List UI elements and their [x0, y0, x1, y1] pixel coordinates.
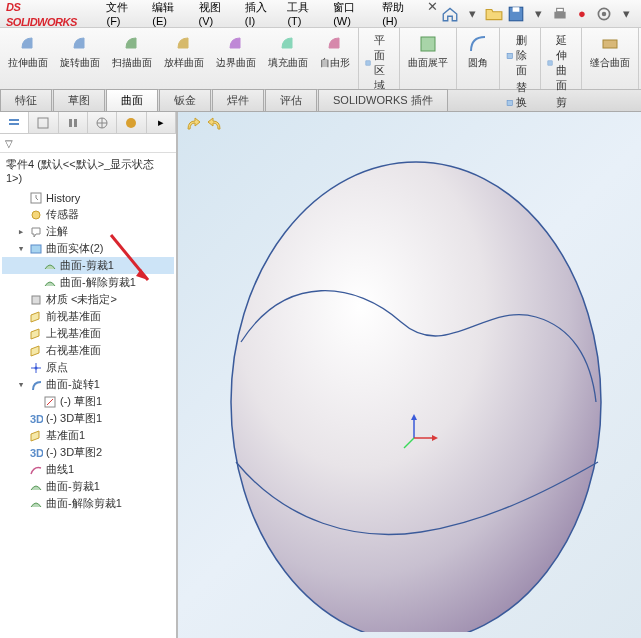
knit-button[interactable]: 缝合曲面 — [584, 32, 636, 72]
svg-rect-12 — [548, 61, 552, 65]
tree-item-6[interactable]: 材质 <未指定> — [2, 291, 174, 308]
new-icon[interactable]: ▾ — [463, 5, 481, 23]
sweep-button[interactable]: 扫描曲面 — [106, 32, 158, 72]
search-icon[interactable]: ✕ — [423, 0, 441, 15]
svg-rect-22 — [38, 118, 48, 128]
save-icon[interactable] — [507, 5, 525, 23]
svg-point-26 — [126, 118, 136, 128]
fill-button[interactable]: 填充曲面 — [262, 32, 314, 72]
tab-4[interactable]: 焊件 — [212, 89, 264, 111]
svg-rect-11 — [507, 100, 512, 105]
svg-rect-2 — [554, 11, 565, 18]
menu-insert[interactable]: 插入(I) — [239, 0, 280, 30]
app-logo: DS SOLIDWORKS — [6, 0, 86, 29]
print-icon[interactable] — [551, 5, 569, 23]
tree-item-17[interactable]: 曲面-剪裁1 — [2, 478, 174, 495]
tab-3[interactable]: 钣金 — [159, 89, 211, 111]
menu-edit[interactable]: 编辑(E) — [146, 0, 190, 30]
feature-tree-tab[interactable] — [0, 112, 29, 133]
boundary-button[interactable]: 边界曲面 — [210, 32, 262, 72]
property-tab[interactable] — [29, 112, 58, 133]
menu-tools[interactable]: 工具(T) — [281, 0, 325, 30]
tree-item-10[interactable]: 原点 — [2, 359, 174, 376]
extend-button[interactable]: 延伸曲面 — [543, 32, 579, 94]
svg-rect-20 — [9, 119, 19, 121]
title-bar: DS SOLIDWORKS 文件(F) 编辑(E) 视图(V) 插入(I) 工具… — [0, 0, 641, 28]
tab-0[interactable]: 特征 — [0, 89, 52, 111]
tree-item-4[interactable]: 曲面-剪裁1 — [2, 257, 174, 274]
tree-item-16[interactable]: 曲线1 — [2, 461, 174, 478]
tree-item-9[interactable]: 右视基准面 — [2, 342, 174, 359]
tree-item-14[interactable]: 基准面1 — [2, 427, 174, 444]
quick-access-toolbar: ▾ ▾ ● ▾ — [441, 5, 635, 23]
options-dropdown-icon[interactable]: ▾ — [617, 5, 635, 23]
delete-button[interactable]: 删除面 — [502, 32, 538, 79]
tab-6[interactable]: SOLIDWORKS 插件 — [318, 89, 448, 111]
tree-item-18[interactable]: 曲面-解除剪裁1 — [2, 495, 174, 512]
home-icon[interactable] — [441, 5, 459, 23]
rebuild-icon[interactable]: ● — [573, 5, 591, 23]
rollforward-icon[interactable] — [206, 116, 224, 134]
open-icon[interactable] — [485, 5, 503, 23]
tree-item-7[interactable]: 前视基准面 — [2, 308, 174, 325]
config-tab[interactable] — [59, 112, 88, 133]
surface-display-button[interactable]: 曲面展平 — [402, 32, 454, 72]
tree-item-15[interactable]: 3D(-) 3D草图2 — [2, 444, 174, 461]
tab-2[interactable]: 曲面 — [106, 89, 158, 111]
triad-axis-icon — [400, 412, 440, 452]
svg-rect-15 — [603, 40, 617, 48]
planar-button[interactable]: 平面区域 — [361, 32, 397, 94]
main-area: ▸ ▽ 零件4 (默认<<默认>_显示状态 1>) History传感器▸注解▾… — [0, 112, 641, 638]
more-tab[interactable]: ▸ — [147, 112, 176, 133]
options-icon[interactable] — [595, 5, 613, 23]
viewport-rollback-icons — [184, 116, 224, 134]
menu-file[interactable]: 文件(F) — [100, 0, 144, 30]
tree-item-13[interactable]: 3D(-) 3D草图1 — [2, 410, 174, 427]
tab-1[interactable]: 草图 — [53, 89, 105, 111]
svg-rect-21 — [9, 123, 19, 125]
tree-item-8[interactable]: 上视基准面 — [2, 325, 174, 342]
svg-text:3D: 3D — [30, 447, 43, 459]
svg-line-39 — [404, 438, 414, 448]
svg-rect-9 — [421, 37, 435, 51]
ribbon-toolbar: 拉伸曲面旋转曲面扫描曲面放样曲面边界曲面填充曲面自由形 平面区域等距曲面直纹曲面… — [0, 28, 641, 90]
svg-rect-24 — [74, 119, 77, 127]
tree-item-3[interactable]: ▾曲面实体(2) — [2, 240, 174, 257]
svg-point-28 — [32, 211, 40, 219]
tree-item-2[interactable]: ▸注解 — [2, 223, 174, 240]
freeform-button[interactable]: 自由形 — [314, 32, 356, 72]
display-tab[interactable] — [117, 112, 146, 133]
filter-icon[interactable]: ▽ — [2, 136, 16, 150]
menu-help[interactable]: 帮助(H) — [376, 0, 421, 30]
tab-5[interactable]: 评估 — [265, 89, 317, 111]
rollback-icon[interactable] — [184, 116, 202, 134]
save-dropdown-icon[interactable]: ▾ — [529, 5, 547, 23]
tree-item-11[interactable]: ▾曲面-旋转1 — [2, 376, 174, 393]
menu-view[interactable]: 视图(V) — [193, 0, 237, 30]
feature-manager-panel: ▸ ▽ 零件4 (默认<<默认>_显示状态 1>) History传感器▸注解▾… — [0, 112, 178, 638]
dimxpert-tab[interactable] — [88, 112, 117, 133]
menu-window[interactable]: 窗口(W) — [327, 0, 374, 30]
tree-item-0[interactable]: History — [2, 190, 174, 206]
svg-rect-10 — [507, 53, 512, 58]
model-egg-surface — [226, 142, 606, 632]
svg-point-31 — [35, 366, 38, 369]
svg-rect-6 — [366, 61, 370, 65]
menu-bar: 文件(F) 编辑(E) 视图(V) 插入(I) 工具(T) 窗口(W) 帮助(H… — [100, 0, 441, 30]
tree-item-1[interactable]: 传感器 — [2, 206, 174, 223]
revolve-button[interactable]: 旋转曲面 — [54, 32, 106, 72]
tree-item-12[interactable]: (-) 草图1 — [2, 393, 174, 410]
svg-rect-29 — [31, 245, 41, 253]
extrude-button[interactable]: 拉伸曲面 — [2, 32, 54, 72]
manager-tabs: ▸ — [0, 112, 176, 134]
svg-rect-1 — [513, 7, 520, 12]
fillet-button[interactable]: 圆角 — [459, 32, 497, 72]
svg-point-35 — [231, 162, 601, 632]
tree-toolbar: ▽ — [0, 134, 176, 153]
svg-text:3D: 3D — [30, 413, 43, 425]
tree-item-5[interactable]: 曲面-解除剪裁1 — [2, 274, 174, 291]
svg-point-5 — [602, 11, 607, 16]
graphics-viewport[interactable] — [178, 112, 641, 638]
loft-button[interactable]: 放样曲面 — [158, 32, 210, 72]
part-name[interactable]: 零件4 (默认<<默认>_显示状态 1>) — [0, 153, 176, 188]
